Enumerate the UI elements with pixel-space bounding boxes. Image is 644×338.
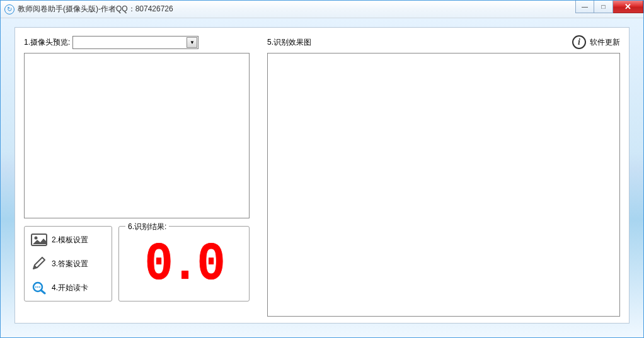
- camera-preview-label: 1.摄像头预览:: [24, 37, 70, 48]
- start-read-label: 4.开始读卡: [52, 283, 88, 293]
- chevron-down-icon: ▼: [187, 37, 197, 48]
- minimize-button[interactable]: —: [575, 1, 594, 13]
- close-icon: ✕: [624, 2, 631, 11]
- app-window: ↻ 教师阅卷助手(摄像头版)-作者QQ：807426726 — □ ✕ 1.摄像…: [0, 0, 644, 338]
- svg-point-1: [35, 237, 38, 240]
- main-panel: 1.摄像头预览: ▼ 2.模板设置: [14, 27, 630, 324]
- result-value: 0.0: [145, 238, 224, 292]
- camera-preview-area: [24, 53, 250, 218]
- result-group-label: 6.识别结果:: [125, 222, 169, 232]
- start-read-button[interactable]: 4.开始读卡: [28, 279, 108, 296]
- svg-line-3: [41, 290, 45, 293]
- camera-select[interactable]: ▼: [72, 36, 198, 49]
- recognition-effect-area: [267, 53, 620, 317]
- left-column: 1.摄像头预览: ▼ 2.模板设置: [24, 34, 250, 317]
- minimize-icon: —: [582, 3, 588, 10]
- template-setup-label: 2.模板设置: [52, 235, 88, 245]
- window-controls: — □ ✕: [575, 1, 643, 13]
- bottom-controls: 2.模板设置 3.答案设置 4.开始读卡: [24, 226, 250, 301]
- svg-point-6: [39, 286, 40, 288]
- template-setup-button[interactable]: 2.模板设置: [28, 232, 108, 248]
- info-icon: i: [572, 35, 586, 49]
- maximize-icon: □: [601, 3, 605, 10]
- right-header: 5.识别效果图 i 软件更新: [267, 34, 620, 50]
- software-update-label: 软件更新: [590, 37, 620, 48]
- image-icon: [31, 233, 47, 247]
- close-button[interactable]: ✕: [613, 1, 643, 13]
- magnifier-icon: [31, 281, 47, 295]
- action-buttons: 2.模板设置 3.答案设置 4.开始读卡: [24, 226, 112, 301]
- svg-point-4: [35, 286, 37, 288]
- maximize-button[interactable]: □: [594, 1, 613, 13]
- answer-setup-label: 3.答案设置: [52, 259, 88, 269]
- answer-setup-button[interactable]: 3.答案设置: [28, 256, 108, 272]
- app-icon: ↻: [4, 4, 14, 14]
- right-column: 5.识别效果图 i 软件更新: [267, 34, 620, 317]
- svg-point-5: [37, 286, 38, 288]
- pencil-icon: [31, 257, 47, 271]
- titlebar: ↻ 教师阅卷助手(摄像头版)-作者QQ：807426726 — □ ✕: [1, 1, 643, 18]
- window-title: 教师阅卷助手(摄像头版)-作者QQ：807426726: [18, 4, 173, 14]
- software-update-button[interactable]: i 软件更新: [572, 35, 620, 49]
- camera-row: 1.摄像头预览: ▼: [24, 34, 250, 50]
- result-group: 6.识别结果: 0.0: [118, 226, 250, 301]
- effect-image-label: 5.识别效果图: [267, 37, 311, 48]
